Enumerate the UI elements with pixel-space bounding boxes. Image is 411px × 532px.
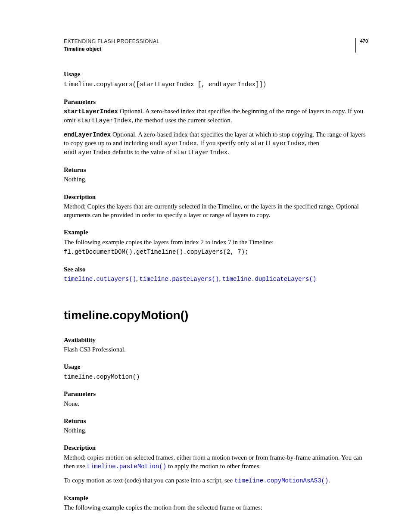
param-name: endLayerIndex (64, 131, 111, 138)
description-heading: Description (64, 193, 368, 201)
usage-heading: Usage (64, 70, 368, 78)
description-text: Method; Copies the layers that are curre… (64, 202, 368, 220)
returns-heading: Returns (64, 417, 368, 425)
returns-heading: Returns (64, 165, 368, 174)
inline-code: startLayerIndex (251, 140, 305, 147)
link-pastelayers[interactable]: timeline.pasteLayers() (140, 276, 219, 283)
param-text: , the method uses the current selection. (131, 117, 232, 124)
inline-code: startLayerIndex (77, 117, 131, 124)
seealso-heading: See also (64, 265, 368, 274)
example-code: fl.getDocumentDOM().getTimeline().copyLa… (64, 248, 368, 256)
desc-text: . (328, 477, 330, 484)
inline-code: endLayerIndex (150, 140, 197, 147)
method-title-copymotion: timeline.copyMotion() (64, 307, 368, 324)
example-text: The following example copies the motion … (64, 503, 368, 512)
separator: , (136, 275, 140, 282)
parameters-heading: Parameters (64, 389, 368, 398)
param-text: . (227, 149, 229, 156)
availability-heading: Availability (64, 336, 368, 344)
param-startlayerindex: startLayerIndex Optional. A zero-based i… (64, 107, 368, 125)
description-para-1: Method; copies motion on selected frames… (64, 453, 368, 471)
link-copymotionasas3[interactable]: timeline.copyMotionAsAS3() (234, 477, 328, 484)
page-header: EXTENDING FLASH PROFESSIONAL Timeline ob… (64, 38, 368, 53)
header-section: Timeline object (64, 46, 160, 53)
usage-code: timeline.copyLayers([startLayerIndex [, … (64, 81, 368, 89)
availability-text: Flash CS3 Professional. (64, 345, 368, 354)
page-number-wrap: 470 (355, 38, 368, 53)
seealso-links: timeline.cutLayers(), timeline.pasteLaye… (64, 274, 368, 283)
param-name: startLayerIndex (64, 108, 118, 115)
header-title: EXTENDING FLASH PROFESSIONAL (64, 38, 160, 45)
example-text: The following example copies the layers … (64, 238, 368, 246)
example-heading: Example (64, 494, 368, 502)
description-para-2: To copy motion as text (code) that you c… (64, 476, 368, 485)
inline-code: endLayerIndex (64, 149, 111, 156)
param-text: , then (305, 140, 319, 146)
link-duplicatelayers[interactable]: timeline.duplicateLayers() (222, 276, 316, 283)
returns-text: Nothing. (64, 175, 368, 184)
usage-heading: Usage (64, 362, 368, 371)
returns-text: Nothing. (64, 426, 368, 435)
param-text: . If you specify only (197, 140, 251, 146)
usage-code: timeline.copyMotion() (64, 373, 368, 381)
inline-code: startLayerIndex (173, 149, 227, 156)
desc-text: to apply the motion to other frames. (166, 463, 261, 470)
link-pastemotion[interactable]: timeline.pasteMotion() (87, 463, 166, 470)
link-cutlayers[interactable]: timeline.cutLayers() (64, 276, 136, 283)
page-number: 470 (360, 38, 368, 44)
separator: , (219, 275, 222, 282)
desc-text: To copy motion as text (code) that you c… (64, 477, 234, 484)
param-endlayerindex: endLayerIndex Optional. A zero-based ind… (64, 130, 368, 157)
param-text: defaults to the value of (111, 149, 173, 156)
parameters-heading: Parameters (64, 97, 368, 106)
parameters-text: None. (64, 399, 368, 408)
description-heading: Description (64, 443, 368, 452)
example-heading: Example (64, 228, 368, 236)
